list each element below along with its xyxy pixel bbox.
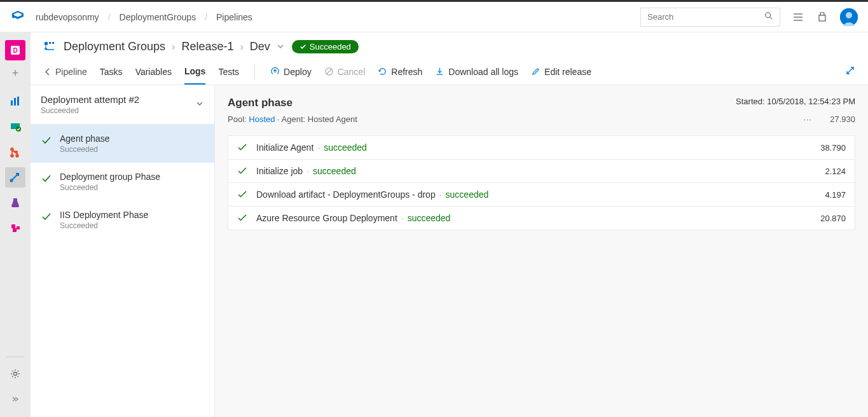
chevron-down-icon[interactable] — [195, 99, 204, 110]
attempt-header[interactable]: Deployment attempt #2 Succeeded — [31, 85, 214, 125]
title-bar: Deployment Groups › Release-1 › Dev Succ… — [31, 32, 868, 58]
breadcrumb: rubdevopsonmy / DeploymentGroups / Pipel… — [36, 12, 252, 22]
agent-name: Hosted Agent — [308, 114, 357, 124]
task-row[interactable]: Initialize job·succeeded 2.124 — [228, 160, 855, 183]
bag-icon[interactable] — [816, 11, 829, 24]
phase-status: Succeeded — [60, 183, 160, 192]
detail-panel: Agent phase Started: 10/5/2018, 12:54:23… — [215, 85, 868, 417]
svg-point-7 — [846, 12, 852, 18]
phase-name: Deployment group Phase — [60, 172, 160, 182]
phase-name: Agent phase — [60, 133, 110, 144]
breadcrumb-sep: / — [205, 12, 207, 22]
chevron-right-icon: › — [172, 41, 175, 53]
check-icon — [41, 211, 52, 222]
phase-status: Succeeded — [60, 221, 148, 230]
devops-logo[interactable] — [10, 10, 25, 25]
svg-rect-20 — [52, 42, 54, 44]
title-root[interactable]: Deployment Groups — [64, 40, 165, 53]
check-icon — [237, 213, 247, 223]
pool-label: Pool: — [228, 114, 247, 124]
tab-tests[interactable]: Tests — [218, 60, 239, 84]
back-pipeline[interactable]: Pipeline — [43, 67, 87, 77]
rail-settings-icon[interactable] — [5, 364, 25, 384]
breadcrumb-area[interactable]: Pipelines — [216, 12, 252, 22]
edit-release-action[interactable]: Edit release — [531, 67, 591, 77]
expand-icon[interactable] — [845, 65, 855, 78]
svg-rect-14 — [11, 224, 15, 228]
check-icon — [237, 166, 247, 176]
rail-add-icon[interactable]: + — [9, 67, 22, 79]
breadcrumb-org[interactable]: rubdevopsonmy — [36, 12, 99, 22]
svg-rect-16 — [17, 226, 20, 229]
deploy-action[interactable]: Deploy — [270, 67, 312, 77]
tab-bar: Pipeline Tasks Variables Logs Tests Depl… — [31, 58, 868, 85]
svg-line-1 — [770, 17, 773, 20]
phase-item-iis[interactable]: IIS Deployment Phase Succeeded — [31, 201, 214, 239]
tab-variables[interactable]: Variables — [135, 60, 172, 84]
svg-point-0 — [766, 13, 771, 18]
cancel-action: Cancel — [324, 67, 366, 77]
breadcrumb-project[interactable]: DeploymentGroups — [120, 12, 196, 22]
chevron-right-icon: › — [240, 41, 243, 53]
task-row[interactable]: Initialize Agent·succeeded 38.790 — [228, 136, 855, 160]
check-icon — [41, 135, 52, 146]
phase-status: Succeeded — [60, 145, 110, 154]
deployment-groups-icon — [43, 41, 56, 53]
user-avatar[interactable] — [840, 8, 858, 26]
phase-panel: Deployment attempt #2 Succeeded Agent ph… — [31, 85, 215, 417]
rail-artifacts-icon[interactable] — [5, 218, 25, 238]
search-icon[interactable] — [764, 11, 773, 22]
svg-rect-8 — [11, 100, 13, 106]
rail-testplans-icon[interactable] — [5, 193, 25, 213]
separator — [254, 65, 255, 79]
attempt-status: Succeeded — [41, 106, 139, 115]
rail-collapse-icon[interactable] — [5, 389, 25, 409]
task-row[interactable]: Download artifact - DeploymentGroups - d… — [228, 183, 855, 207]
tab-tasks[interactable]: Tasks — [100, 60, 123, 84]
status-badge: Succeeded — [292, 40, 359, 53]
check-icon — [237, 142, 247, 153]
top-header: rubdevopsonmy / DeploymentGroups / Pipel… — [0, 2, 868, 32]
svg-line-22 — [326, 69, 331, 74]
svg-point-13 — [10, 179, 13, 182]
phase-item-agent[interactable]: Agent phase Succeeded — [31, 125, 214, 163]
status-text: Succeeded — [310, 42, 351, 51]
title-stage[interactable]: Dev — [250, 40, 270, 53]
search-box[interactable] — [640, 8, 780, 27]
svg-rect-15 — [13, 228, 17, 232]
left-nav-rail: D + — [0, 32, 31, 417]
list-icon[interactable] — [792, 11, 804, 24]
svg-rect-5 — [819, 15, 825, 21]
attempt-title: Deployment attempt #2 — [41, 94, 139, 105]
check-icon — [237, 189, 247, 200]
started-time: Started: 10/5/2018, 12:54:23 PM — [736, 97, 855, 106]
more-dots-icon[interactable]: ··· — [803, 114, 812, 124]
phase-name: IIS Deployment Phase — [60, 210, 148, 220]
refresh-action[interactable]: Refresh — [378, 67, 422, 77]
svg-rect-18 — [45, 42, 48, 45]
total-duration: 27.930 — [830, 114, 855, 124]
pool-link[interactable]: Hosted — [249, 114, 275, 124]
svg-rect-10 — [17, 97, 19, 106]
check-icon — [41, 173, 52, 184]
svg-rect-19 — [49, 42, 51, 44]
svg-rect-9 — [14, 98, 16, 106]
rail-pipelines-icon[interactable] — [5, 167, 25, 188]
breadcrumb-sep: / — [108, 12, 111, 22]
agent-label: Agent: — [282, 114, 306, 124]
rail-dashboards-icon[interactable] — [5, 91, 25, 111]
rail-project[interactable]: D — [5, 40, 25, 60]
search-input[interactable] — [647, 12, 764, 22]
detail-heading: Agent phase — [228, 97, 293, 109]
chevron-down-icon[interactable] — [277, 40, 284, 53]
task-list: Initialize Agent·succeeded 38.790 Initia… — [228, 135, 855, 230]
rail-boards-icon[interactable] — [5, 116, 25, 137]
svg-point-17 — [14, 373, 17, 376]
content-area: Deployment Groups › Release-1 › Dev Succ… — [31, 32, 868, 417]
title-release[interactable]: Release-1 — [181, 40, 233, 53]
task-row[interactable]: Azure Resource Group Deployment·succeede… — [228, 207, 855, 229]
tab-logs[interactable]: Logs — [184, 59, 205, 85]
rail-repos-icon[interactable] — [5, 142, 25, 162]
phase-item-deployment-group[interactable]: Deployment group Phase Succeeded — [31, 163, 214, 201]
download-logs-action[interactable]: Download all logs — [435, 67, 518, 77]
